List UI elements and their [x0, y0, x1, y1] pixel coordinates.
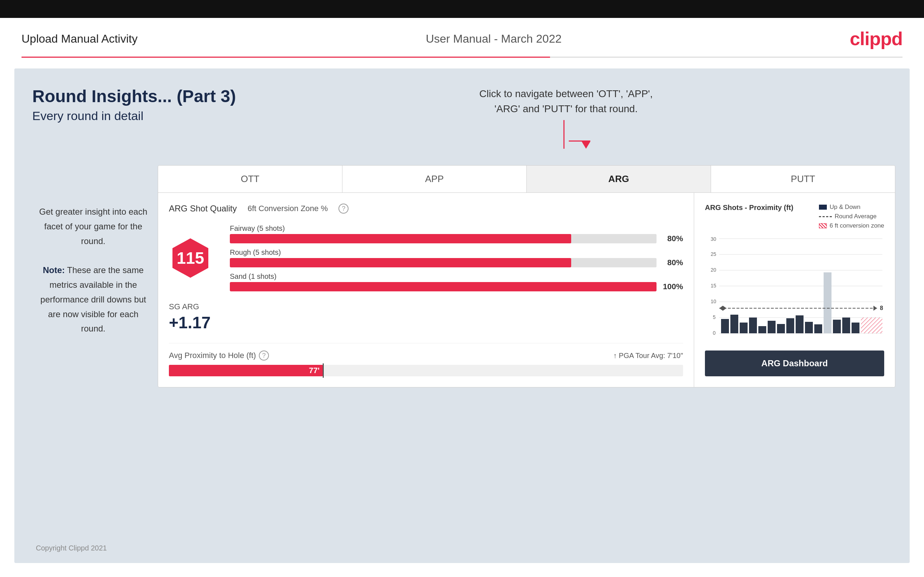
legend: Up & Down Round Average 6 ft conversion …: [819, 203, 884, 229]
shot-rows: Fairway (5 shots) 80% Rough (5 shots): [230, 224, 683, 292]
section-subtitle: Every round in detail: [32, 109, 892, 123]
panel-body: ARG Shot Quality 6ft Conversion Zone % ?…: [158, 193, 895, 387]
proximity-value: 77': [309, 366, 320, 375]
legend-updown-box: [819, 205, 827, 210]
svg-rect-20: [768, 321, 775, 333]
svg-rect-29: [851, 322, 859, 333]
nav-annotation: Click to navigate between 'OTT', 'APP', …: [480, 86, 653, 149]
svg-text:10: 10: [711, 298, 716, 304]
rough-label: Rough (5 shots): [230, 248, 683, 256]
svg-rect-22: [786, 318, 794, 333]
arg-dashboard-button[interactable]: ARG Dashboard: [705, 350, 884, 376]
arg-shot-quality-label: ARG Shot Quality: [169, 203, 237, 214]
legend-item-updown: Up & Down: [819, 203, 884, 211]
left-info-text2: These are the same metrics available in …: [40, 265, 146, 333]
svg-rect-18: [749, 318, 757, 333]
hex-badge: 115: [169, 237, 212, 280]
tab-putt[interactable]: PUTT: [711, 166, 895, 192]
nav-annotation-text: Click to navigate between 'OTT', 'APP', …: [480, 86, 653, 116]
chart-header: ARG Shots - Proximity (ft) Up & Down Rou…: [705, 203, 884, 229]
fairway-pct: 80%: [662, 234, 683, 243]
conversion-label: 6ft Conversion Zone %: [247, 204, 328, 213]
legend-avg-label: Round Average: [835, 213, 877, 220]
header: Upload Manual Activity User Manual - Mar…: [0, 18, 924, 56]
svg-rect-27: [833, 320, 841, 333]
svg-rect-28: [842, 318, 850, 333]
proximity-section: Avg Proximity to Hole (ft) ? ↑ PGA Tour …: [169, 343, 683, 376]
proximity-label: Avg Proximity to Hole (ft) ?: [169, 350, 269, 361]
legend-updown-label: Up & Down: [830, 203, 861, 211]
rough-bar-fill: [230, 258, 571, 268]
proximity-bar-fill: 77': [169, 365, 323, 376]
copyright: Copyright Clippd 2021: [36, 544, 107, 552]
main-panel: OTT APP ARG PUTT ARG Shot Quality 6ft Co…: [158, 165, 895, 387]
proximity-bar-bg: 77': [169, 365, 683, 376]
svg-text:15: 15: [711, 283, 716, 288]
fairway-bar-fill: [230, 234, 571, 243]
arrow-tip: [582, 142, 590, 149]
sand-bar-row: 100%: [230, 282, 683, 292]
sand-label: Sand (1 shots): [230, 272, 683, 280]
legend-avg-dash: [819, 216, 832, 217]
rough-pct: 80%: [662, 258, 683, 268]
upload-label: Upload Manual Activity: [21, 32, 138, 45]
proximity-chart: 0 5 10 15 20 25 30: [705, 237, 884, 337]
sg-section: SG ARG +1.17: [169, 302, 683, 332]
svg-text:0: 0: [713, 330, 716, 336]
hex-container: 115 Fairway (5 shots) 80%: [169, 224, 683, 292]
fairway-bar-bg: [230, 234, 656, 243]
svg-text:20: 20: [711, 267, 716, 273]
legend-item-zone: 6 ft conversion zone: [819, 222, 884, 229]
tab-app[interactable]: APP: [342, 166, 527, 192]
sand-bar-fill: [230, 282, 656, 292]
legend-item-avg: Round Average: [819, 213, 884, 220]
tab-ott[interactable]: OTT: [158, 166, 342, 192]
chart-area: 0 5 10 15 20 25 30: [705, 237, 884, 343]
cursor-line: [323, 363, 324, 378]
help-icon[interactable]: ?: [338, 203, 349, 214]
shot-row-fairway: Fairway (5 shots) 80%: [230, 224, 683, 243]
proximity-help-icon[interactable]: ?: [259, 350, 269, 361]
hex-number: 115: [177, 248, 204, 268]
legend-zone-hatch: [819, 223, 827, 228]
svg-marker-33: [719, 306, 727, 311]
sand-pct: 100%: [662, 282, 683, 292]
svg-rect-31: [861, 318, 882, 333]
nav-arrow: [501, 120, 653, 149]
clippd-logo: clippd: [850, 28, 903, 50]
shot-row-rough: Rough (5 shots) 80%: [230, 248, 683, 268]
svg-rect-15: [721, 319, 729, 333]
main-content: Round Insights... (Part 3) Every round i…: [15, 68, 909, 563]
tab-arg[interactable]: ARG: [527, 166, 711, 192]
legend-zone-label: 6 ft conversion zone: [830, 222, 884, 229]
svg-rect-25: [814, 324, 822, 333]
svg-rect-16: [730, 315, 738, 333]
panel-right: ARG Shots - Proximity (ft) Up & Down Rou…: [694, 193, 895, 387]
arg-header: ARG Shot Quality 6ft Conversion Zone % ?: [169, 203, 683, 214]
svg-rect-21: [777, 324, 785, 333]
pga-avg: ↑ PGA Tour Avg: 7'10": [613, 351, 683, 360]
footer: Copyright Clippd 2021: [36, 544, 107, 552]
svg-text:8: 8: [880, 305, 883, 311]
proximity-header: Avg Proximity to Hole (ft) ? ↑ PGA Tour …: [169, 350, 683, 361]
shot-row-sand: Sand (1 shots) 100%: [230, 272, 683, 292]
fairway-bar-row: 80%: [230, 234, 683, 243]
manual-label: User Manual - March 2022: [426, 32, 562, 45]
svg-marker-34: [874, 306, 877, 311]
svg-rect-19: [758, 326, 766, 333]
svg-text:25: 25: [711, 251, 716, 257]
header-divider: [21, 56, 903, 58]
tabs-container: OTT APP ARG PUTT: [158, 166, 895, 193]
left-info: Get greater insight into each facet of y…: [36, 205, 150, 336]
rough-bar-bg: [230, 258, 656, 268]
svg-rect-17: [740, 322, 748, 333]
svg-text:5: 5: [713, 314, 716, 320]
left-info-text1: Get greater insight into each facet of y…: [39, 207, 147, 246]
sg-label: SG ARG: [169, 302, 683, 311]
sand-bar-bg: [230, 282, 656, 292]
sg-value: +1.17: [169, 313, 683, 332]
svg-rect-24: [805, 322, 813, 333]
svg-rect-26: [824, 272, 832, 333]
panel-left: ARG Shot Quality 6ft Conversion Zone % ?…: [158, 193, 694, 387]
section-title: Round Insights... (Part 3): [32, 86, 892, 106]
